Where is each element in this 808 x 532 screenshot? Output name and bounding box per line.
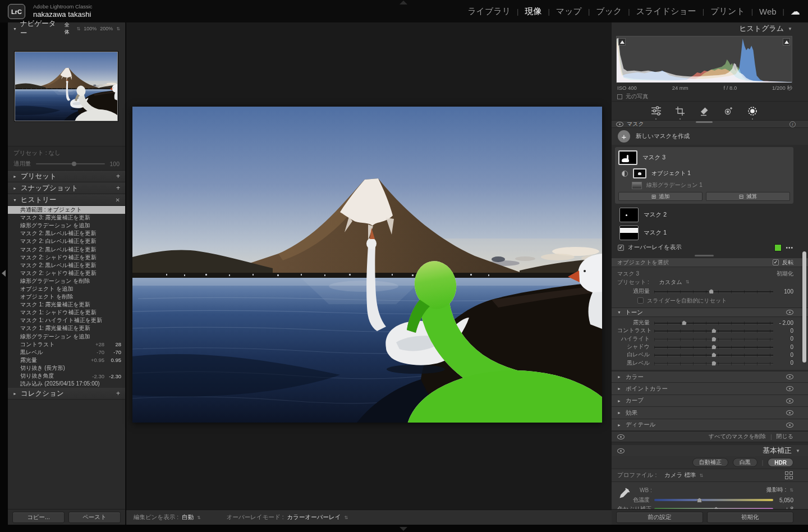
module-tab[interactable]: マップ	[556, 6, 582, 17]
tone-slider-thumb[interactable]	[711, 328, 717, 333]
copy-button[interactable]: コピー...	[12, 512, 65, 523]
tone-slider-thumb[interactable]	[711, 361, 717, 366]
tint-slider[interactable]	[654, 506, 773, 509]
panel-drag-handle[interactable]	[696, 121, 713, 123]
visibility-eye-icon[interactable]	[786, 423, 793, 428]
overlay-mode-value[interactable]: カラーオーバーレイ	[287, 513, 341, 521]
zoom-200-option[interactable]: 200%	[100, 26, 113, 31]
history-item[interactable]: 露光量+0.950.95	[8, 356, 125, 364]
visibility-eye-icon[interactable]	[617, 434, 625, 439]
history-item[interactable]: 切り抜き (長方形)	[8, 364, 125, 372]
add-collection-icon[interactable]: +	[116, 389, 120, 397]
previous-settings-button[interactable]: 前の設定	[616, 512, 703, 523]
module-tab[interactable]: スライドショー	[636, 6, 696, 17]
masking-tool[interactable]	[746, 105, 759, 117]
tone-slider-track[interactable]	[654, 343, 773, 350]
preset-amount-slider[interactable]	[36, 161, 105, 167]
tone-slider-thumb[interactable]	[682, 320, 687, 325]
auto-reset-checkbox[interactable]	[637, 297, 644, 304]
edit-pins-value[interactable]: 自動	[182, 513, 194, 521]
hdr-button[interactable]: HDR	[768, 458, 793, 467]
basic-panel-header[interactable]: 基本補正 ▼	[612, 445, 808, 456]
top-panel-collapse-handle[interactable]	[400, 1, 407, 4]
mask-3-row[interactable]: マスク 3	[618, 149, 790, 167]
object-1-row[interactable]: オブジェクト 1	[618, 167, 790, 180]
tone-slider-track[interactable]	[654, 351, 773, 358]
overlay-options-icon[interactable]: •••	[786, 245, 793, 251]
wb-value[interactable]: 撮影時 :	[766, 486, 787, 494]
auto-correct-button[interactable]: 自動補正	[692, 458, 728, 467]
info-icon[interactable]: i	[789, 121, 796, 127]
tone-slider-thumb[interactable]	[711, 337, 717, 342]
show-overlay-checkbox[interactable]: ✓	[618, 245, 624, 251]
subtract-from-mask-button[interactable]: ⊟ 減算	[706, 192, 790, 201]
collapsed-section-0[interactable]: ►カラー	[612, 371, 808, 383]
presets-section-header[interactable]: ► プリセット +	[8, 171, 125, 182]
black-white-button[interactable]: 白黒	[733, 458, 758, 467]
history-item[interactable]: オブジェクト を削除	[8, 293, 125, 301]
bottom-panel-collapse-handle[interactable]	[400, 527, 407, 531]
collections-section-header[interactable]: ► コレクション +	[8, 388, 125, 400]
mask-1-thumbnail[interactable]	[619, 226, 639, 240]
histogram[interactable]	[616, 36, 792, 83]
gradient-1-row[interactable]: 線形グラデーション 1	[618, 180, 790, 190]
mask-3-thumbnail[interactable]	[618, 150, 637, 165]
history-item[interactable]: コントラスト+2828	[8, 341, 125, 348]
tone-slider-track[interactable]	[654, 327, 773, 334]
shadow-clipping-indicator[interactable]	[618, 38, 626, 45]
temperature-slider[interactable]	[654, 497, 773, 503]
history-item[interactable]: マスク 1: 露光量補正を更新	[8, 301, 125, 309]
panel-scrollbar[interactable]	[802, 251, 806, 363]
paste-button[interactable]: ペースト	[68, 512, 121, 523]
delete-all-masks-button[interactable]: すべてのマスクを削除	[709, 433, 766, 441]
visibility-eye-icon[interactable]	[616, 122, 623, 127]
clear-history-icon[interactable]: ✕	[116, 197, 120, 203]
tone-slider-track[interactable]	[654, 336, 773, 342]
visibility-eye-icon[interactable]	[786, 410, 793, 415]
tone-slider-track[interactable]	[654, 360, 773, 366]
snapshots-section-header[interactable]: ► スナップショット +	[8, 182, 125, 194]
profile-browser-icon[interactable]	[785, 471, 793, 480]
collapsed-section-3[interactable]: ►効果	[612, 407, 808, 419]
red-eye-tool[interactable]	[722, 105, 734, 117]
histogram-header[interactable]: ヒストグラム ▼	[612, 22, 808, 35]
history-item[interactable]: マスク 2: シャドウ補正を更新	[8, 254, 125, 262]
history-item[interactable]: マスク 3: 露光量補正を更新	[8, 214, 125, 222]
history-item[interactable]: 線形グラデーション を追加	[8, 222, 125, 230]
highlight-clipping-indicator[interactable]	[783, 38, 790, 45]
visibility-eye-icon[interactable]	[786, 310, 793, 315]
tone-slider-thumb[interactable]	[711, 345, 717, 350]
object-1-thumbnail[interactable]	[633, 168, 646, 178]
history-item[interactable]: マスク 2: シャドウ補正を更新	[8, 269, 125, 277]
add-preset-icon[interactable]: +	[116, 172, 120, 180]
zoom-fit-option[interactable]: 全体	[65, 21, 74, 36]
navigator-preview[interactable]	[15, 52, 118, 121]
mask-panel-header[interactable]: マスク i	[612, 120, 808, 128]
module-tab[interactable]: プリント	[710, 6, 745, 17]
healing-tool[interactable]	[698, 105, 710, 117]
mask-2-thumbnail[interactable]	[619, 208, 639, 222]
mask-2-row[interactable]: マスク 2	[612, 206, 808, 224]
create-mask-plus-icon[interactable]: +	[618, 130, 630, 143]
tone-section-header[interactable]: ▼ トーン	[612, 308, 808, 317]
white-balance-eyedropper-icon[interactable]	[618, 487, 631, 502]
tone-slider-thumb[interactable]	[711, 352, 717, 357]
visibility-eye-icon[interactable]	[786, 386, 793, 391]
history-section-header[interactable]: ▼ ヒストリー ✕	[8, 194, 125, 206]
collapsed-section-4[interactable]: ►ディテール	[612, 419, 808, 432]
history-item[interactable]: 黒レベル-70-70	[8, 348, 125, 356]
history-item[interactable]: マスク 1: シャドウ補正を更新	[8, 309, 125, 317]
collapsed-section-2[interactable]: ►カーブ	[612, 395, 808, 407]
module-tab[interactable]: Web	[759, 7, 777, 16]
history-item[interactable]: 読み込み (2025/04/15 17:05:00)	[8, 380, 125, 388]
module-tab[interactable]: ブック	[596, 6, 622, 17]
zoom-100-option[interactable]: 100%	[84, 26, 97, 31]
history-item[interactable]: 線形グラデーション を追加	[8, 333, 125, 341]
photo-canvas[interactable]	[132, 107, 602, 423]
create-mask-row[interactable]: + 新しいマスクを作成	[612, 128, 808, 145]
history-item[interactable]: マスク 2: 黒レベル補正を更新	[8, 245, 125, 253]
original-photo-row[interactable]: 元の写真	[612, 92, 808, 102]
crop-tool[interactable]	[674, 105, 686, 117]
history-item[interactable]: オブジェクト を追加	[8, 285, 125, 293]
history-item[interactable]: 共通範囲 : オブジェクト	[8, 206, 125, 214]
